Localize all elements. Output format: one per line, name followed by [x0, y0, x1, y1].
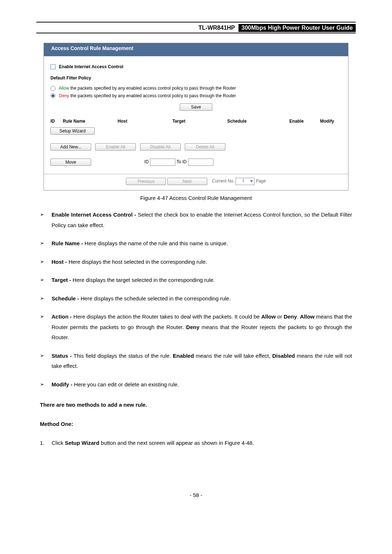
col-target: Target: [172, 119, 226, 124]
delete-all-button[interactable]: Delete All: [185, 143, 225, 151]
bullet-item: ➢ Host - Here displays the host selected…: [40, 257, 352, 267]
enable-all-button[interactable]: Enable All: [95, 143, 136, 151]
bullet-marker: ➢: [40, 238, 52, 249]
enable-row: Enable Internet Access Control: [50, 64, 342, 70]
bullet-desc: Here displays the schedule selected in t…: [79, 295, 231, 301]
bullet-desc: Here displays the name of the rule and t…: [83, 240, 228, 246]
bullet-desc: This field displays the status of the ru…: [72, 353, 173, 359]
col-host: Host: [118, 119, 171, 124]
bullet-title: Rule Name -: [52, 240, 83, 246]
current-no-label: Current No.: [212, 179, 234, 184]
bullet-marker: ➢: [40, 294, 52, 304]
ordered-num: 1.: [40, 438, 52, 448]
move-button[interactable]: Move: [50, 159, 91, 166]
bullet-title: Schedule -: [52, 295, 79, 301]
bullet-bold: Enabled: [173, 353, 194, 359]
policy-allow-row: Allow the packets specified by any enabl…: [50, 86, 342, 91]
step1-post: button and the next screen will appear a…: [99, 440, 254, 446]
bullet-bold: Allow: [261, 313, 276, 320]
header-bottom-rule: [36, 33, 356, 33]
step1-bold: Setup Wizard: [65, 440, 99, 446]
bullet-item: ➢ Modify - Here you can edit or delete a…: [40, 379, 352, 390]
bullet-item: ➢ Enable Internet Access Control - Selec…: [40, 210, 352, 230]
ordered-list: 1. Click Setup Wizard button and the nex…: [40, 438, 352, 448]
bullet-desc: means the rule will take effect,: [194, 353, 272, 359]
bullet-desc: Here displays the action the Router take…: [72, 313, 261, 320]
col-enable: Enable: [282, 119, 311, 124]
deny-rest: the packets specified by any enabled acc…: [69, 93, 236, 98]
policy-heading: Default Filter Policy: [50, 75, 342, 81]
bullet-desc: or: [276, 313, 284, 320]
bullet-item: ➢ Rule Name - Here displays the name of …: [40, 238, 352, 249]
move-toid-label: To ID: [176, 160, 187, 165]
allow-word: Allow: [59, 86, 69, 91]
header-title: 300Mbps High Power Router User Guide: [238, 24, 356, 32]
bullet-marker: ➢: [40, 312, 52, 343]
bullet-desc: Here displays the host selected in the c…: [67, 259, 207, 265]
prev-button[interactable]: Previous: [126, 178, 166, 185]
bullet-item: ➢ Target - Here displays the target sele…: [40, 275, 352, 286]
page-value: 1: [242, 178, 244, 182]
bullet-list: ➢ Enable Internet Access Control - Selec…: [40, 210, 352, 390]
move-id-label: ID: [144, 160, 149, 165]
bullet-title: Action -: [52, 313, 72, 320]
bullet-item: ➢ Schedule - Here displays the schedule …: [40, 294, 352, 304]
allow-rest: the packets specified by any enabled acc…: [69, 86, 236, 91]
pager: Previous Next Current No. 1 Page: [44, 174, 348, 186]
two-methods-heading: There are two methods to add a new rule.: [40, 400, 352, 410]
move-id-input[interactable]: [150, 159, 175, 166]
ordered-item: 1. Click Setup Wizard button and the nex…: [40, 438, 352, 448]
bullet-marker: ➢: [40, 257, 52, 267]
move-toid-input[interactable]: [188, 159, 213, 166]
col-rule: Rule Name: [63, 119, 116, 124]
bullet-marker: ➢: [40, 210, 52, 230]
figure-caption: Figure 4-47 Access Control Rule Manageme…: [36, 195, 356, 201]
page-number: - 58 -: [36, 492, 356, 498]
bullet-title: Target -: [52, 277, 71, 283]
bullet-title: Enable Internet Access Control -: [52, 212, 136, 218]
page-select[interactable]: 1: [236, 178, 254, 185]
col-id: ID: [50, 119, 61, 124]
bullet-title: Status -: [52, 353, 72, 359]
panel-title: Access Control Rule Management: [44, 43, 348, 56]
col-modify: Modify: [313, 119, 342, 124]
next-button[interactable]: Next: [167, 178, 207, 185]
save-button[interactable]: Save: [180, 103, 212, 111]
col-schedule: Schedule: [227, 119, 281, 124]
header-top-rule: [36, 22, 356, 22]
setup-wizard-button[interactable]: Setup Wizard: [50, 127, 95, 135]
bullet-marker: ➢: [40, 351, 52, 372]
policy-deny-row: Deny the packets specified by any enable…: [50, 93, 342, 99]
move-row: Move ID To ID: [50, 159, 342, 166]
deny-word: Deny: [59, 93, 69, 98]
table-header: ID Rule Name Host Target Schedule Enable…: [50, 119, 342, 124]
disable-all-button[interactable]: Disable All: [140, 143, 181, 151]
page-header: TL-WR841HP 300Mbps High Power Router Use…: [36, 24, 356, 32]
bullet-title: Modify -: [52, 381, 73, 387]
bullet-marker: ➢: [40, 379, 52, 390]
bullet-bold: Deny: [283, 313, 297, 320]
enable-checkbox[interactable]: [50, 64, 56, 69]
bullet-marker: ➢: [40, 275, 52, 286]
header-model: TL-WR841HP: [36, 24, 238, 32]
add-new-button[interactable]: Add New...: [50, 143, 91, 151]
allow-radio[interactable]: [50, 86, 56, 91]
bullet-item: ➢ Status - This field displays the statu…: [40, 351, 352, 372]
bullet-desc: Here displays the target selected in the…: [71, 277, 215, 283]
bullet-title: Host -: [52, 259, 67, 265]
deny-radio[interactable]: [50, 93, 56, 98]
bullet-item: ➢ Action - Here displays the action the …: [40, 312, 352, 343]
enable-label: Enable Internet Access Control: [59, 64, 123, 69]
step1-pre: Click: [52, 440, 65, 446]
page-word: Page: [256, 179, 266, 184]
bullet-bold: Deny: [186, 324, 200, 330]
screenshot-panel: Access Control Rule Management Enable In…: [44, 43, 348, 190]
bullet-desc: Here you can edit or delete an existing …: [73, 381, 179, 387]
bullet-bold: Allow: [300, 313, 314, 320]
bullet-bold: Disabled: [272, 353, 295, 359]
method-one-heading: Method One:: [40, 419, 352, 430]
